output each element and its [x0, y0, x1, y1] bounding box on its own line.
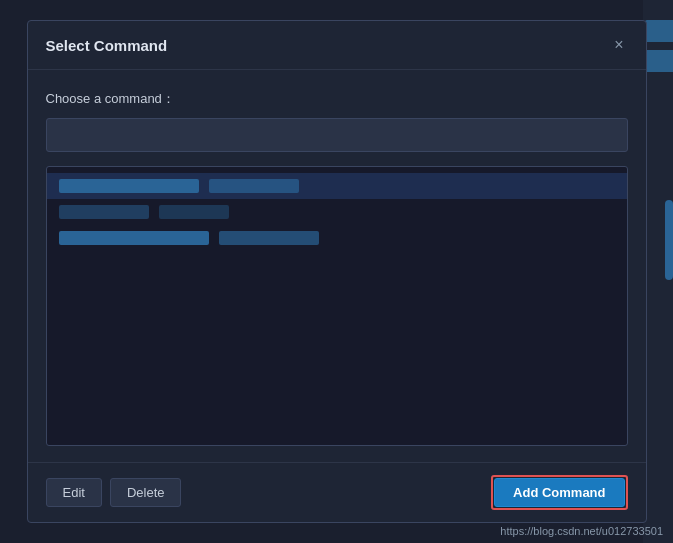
add-command-wrapper: Add Command	[491, 475, 627, 510]
item-row-3	[59, 231, 319, 245]
close-button[interactable]: ×	[610, 35, 627, 55]
item-row-2	[59, 205, 229, 219]
list-item[interactable]	[47, 199, 627, 225]
select-command-dialog: Select Command × Choose a command：	[27, 20, 647, 523]
url-watermark: https://blog.csdn.net/u012733501	[500, 525, 663, 537]
right-button-1	[645, 20, 673, 42]
edit-button[interactable]: Edit	[46, 478, 102, 507]
list-item[interactable]	[47, 173, 627, 199]
add-command-button[interactable]: Add Command	[494, 478, 624, 507]
right-button-2	[645, 50, 673, 72]
choose-command-label: Choose a command：	[46, 90, 628, 108]
command-list[interactable]	[46, 166, 628, 446]
item-col-2	[209, 179, 299, 193]
item-col-2	[159, 205, 229, 219]
search-input[interactable]	[46, 118, 628, 152]
list-item[interactable]	[47, 225, 627, 251]
dialog-footer: Edit Delete Add Command	[28, 462, 646, 522]
dialog-title: Select Command	[46, 37, 168, 54]
item-col-1	[59, 205, 149, 219]
dialog-header: Select Command ×	[28, 21, 646, 70]
item-col-2	[219, 231, 319, 245]
right-panel	[643, 0, 673, 543]
item-col-1	[59, 179, 199, 193]
dialog-body: Choose a command：	[28, 70, 646, 462]
item-row-1	[59, 179, 299, 193]
right-scrollbar	[665, 200, 673, 280]
footer-left-buttons: Edit Delete	[46, 478, 182, 507]
item-col-1	[59, 231, 209, 245]
delete-button[interactable]: Delete	[110, 478, 182, 507]
